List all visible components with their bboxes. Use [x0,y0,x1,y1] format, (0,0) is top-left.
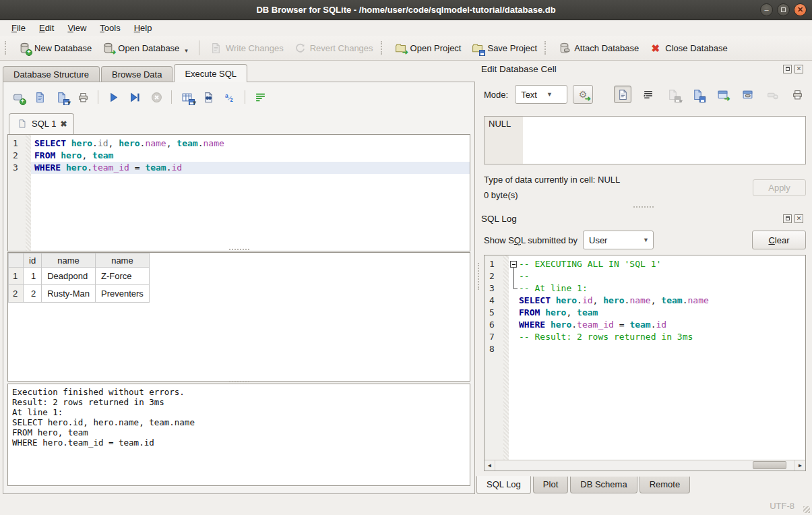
auto-switch-mode-button[interactable]: ⚙➜ [573,85,593,104]
import-data-button[interactable] [689,86,706,103]
log-line: -- EXECUTING ALL IN 'SQL 1' [509,258,805,270]
close-dock-icon[interactable]: ✕ [794,65,803,73]
open-sql-file-button[interactable] [30,88,49,106]
mode-combobox[interactable]: Text ▼ [515,85,567,104]
column-header[interactable]: id [24,253,42,268]
bottom-tab-db-schema[interactable]: DB Schema [570,477,637,493]
scroll-right-icon[interactable]: ▶ [794,460,805,471]
row-header[interactable]: 2 [9,285,24,303]
execute-all-button[interactable] [104,88,123,106]
horizontal-scrollbar[interactable]: ◀ ▶ [485,460,805,471]
word-wrap-button[interactable] [639,86,656,103]
float-dock-icon[interactable] [783,65,792,73]
splitter-handle[interactable] [633,206,654,209]
close-database-icon: ✖ [650,42,661,54]
maximize-button-icon[interactable] [777,3,790,16]
cell-size-info: 0 byte(s) [484,190,518,200]
open-external-button[interactable] [739,86,756,103]
text-mode-button[interactable] [614,86,631,103]
vertical-splitter[interactable] [476,61,480,495]
cell-editor[interactable]: NULL [484,116,806,164]
chevron-down-icon: ▼ [546,91,553,98]
export-results-button[interactable]: ▾ [177,88,196,106]
log-line: WHERE hero.team_id = team.id [509,319,805,331]
set-null-button[interactable] [763,86,781,103]
bottom-tab-sql-log[interactable]: SQL Log [476,476,531,494]
table-cell[interactable]: Rusty-Man [42,285,96,303]
float-dock-icon[interactable] [783,214,792,223]
execute-current-line-button[interactable] [125,88,144,106]
filter-label: Show SQL submitted by [484,235,577,245]
open-project-button[interactable]: ➜Open Project [389,39,467,57]
clear-button[interactable]: Clear [752,231,806,249]
bottom-tab-plot[interactable]: Plot [533,477,568,493]
apply-button[interactable]: Apply [753,179,806,196]
table-cell[interactable]: Z-Force [95,268,149,285]
splitter-handle[interactable] [229,249,249,251]
close-dock-icon[interactable]: ✕ [794,214,803,223]
tab-execute-sql[interactable]: Execute SQL [174,64,247,82]
minimize-button-icon[interactable]: – [760,3,773,16]
code-line[interactable]: SELECT hero.id, hero.name, team.name [31,138,470,150]
scrollbar-thumb[interactable] [753,461,786,469]
table-cell[interactable]: Preventers [95,285,149,303]
menu-view[interactable]: View [61,22,92,34]
new-tab-button[interactable]: + [9,88,28,106]
stop-execution-button[interactable] [147,88,166,106]
new-database-button[interactable]: +New Database [13,39,97,57]
close-database-button[interactable]: ✖Close Database [644,39,733,57]
menu-edit[interactable]: Edit [33,22,60,34]
write-changes-button[interactable]: Write Changes [205,39,289,57]
save-button[interactable]: ▾ [664,86,681,103]
save-sql-file-button[interactable]: ▾ [52,88,71,106]
column-header[interactable]: name [95,253,149,268]
line-number: 3 [485,282,503,295]
execute-sql-page: +▾▾az SQL 1 ✖ 123 SELECT hero.id, hero.n… [3,82,475,494]
attach-database-button[interactable]: Attach Database [553,39,644,57]
new-database-icon: + [19,42,30,54]
save-project-button[interactable]: Save Project [466,39,542,57]
toolbar-drag-handle [5,41,9,55]
sql-code-editor[interactable]: 123 SELECT hero.id, hero.name, team.name… [7,134,470,251]
line-number: 3 [8,162,26,174]
new-tab-icon: + [13,92,24,103]
revert-changes-button[interactable]: Revert Changes [289,39,379,57]
log-line: -- At line 1: [509,282,805,295]
find-replace-button[interactable] [199,88,218,106]
line-number: 4 [485,295,503,307]
line-number: 2 [485,270,503,282]
results-corner[interactable] [9,253,24,268]
menu-help[interactable]: Help [128,22,158,34]
open-database-button[interactable]: ➜Open Database▾ [97,39,193,57]
table-cell[interactable]: 1 [24,268,42,285]
fold-marker [509,331,519,343]
print-button[interactable] [73,88,92,106]
row-header[interactable]: 1 [9,268,24,285]
tab-database-structure[interactable]: Database Structure [3,66,100,82]
log-line: SELECT hero.id, hero.name, team.name [509,295,805,307]
line-number: 1 [8,138,26,150]
tab-browse-data[interactable]: Browse Data [101,66,173,82]
table-cell[interactable]: 2 [24,285,42,303]
filter-combobox[interactable]: User ▼ [583,231,654,249]
code-line[interactable]: WHERE hero.team_id = team.id [31,162,470,174]
table-cell[interactable]: Deadpond [42,268,96,285]
cell-editor-content[interactable] [523,117,805,164]
format-sql-button[interactable]: az [220,88,239,106]
close-tab-icon[interactable]: ✖ [60,119,67,129]
word-wrap-button[interactable] [251,88,270,106]
column-header[interactable]: name [42,253,96,268]
scroll-left-icon[interactable]: ◀ [485,460,495,471]
fold-marker[interactable] [509,258,519,270]
menu-tools[interactable]: Tools [94,22,126,34]
code-line[interactable]: FROM hero, team [31,150,470,162]
editor-code-area[interactable]: SELECT hero.id, hero.name, team.nameFROM… [31,135,470,251]
close-button-icon[interactable]: ✕ [794,3,807,16]
export-data-button[interactable]: ➜ [714,86,731,103]
sql-file-icon [16,118,28,129]
menu-file[interactable]: File [5,22,32,34]
print-button[interactable] [788,86,806,103]
bottom-tab-remote[interactable]: Remote [639,477,691,493]
resize-grip[interactable] [803,506,810,513]
sql-doc-tab[interactable]: SQL 1 ✖ [9,113,74,134]
